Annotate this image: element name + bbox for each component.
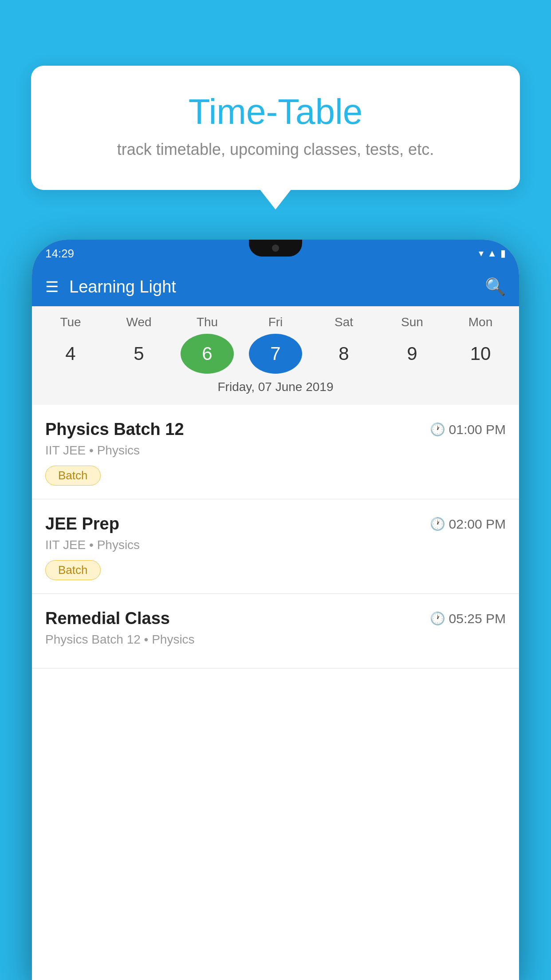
status-bar: 14:29 ▾ ▲ ▮ — [32, 240, 519, 267]
signal-icon: ▲ — [487, 248, 497, 259]
schedule-content: Physics Batch 12 🕐 01:00 PM IIT JEE • Ph… — [32, 405, 519, 980]
day-4[interactable]: 4 — [44, 334, 97, 374]
wifi-icon: ▾ — [479, 248, 484, 259]
day-8[interactable]: 8 — [317, 334, 370, 374]
schedule-item-1-header: Physics Batch 12 🕐 01:00 PM — [45, 420, 506, 439]
schedule-item-2[interactable]: JEE Prep 🕐 02:00 PM IIT JEE • Physics Ba… — [32, 499, 519, 594]
day-10[interactable]: 10 — [454, 334, 507, 374]
day-6-today[interactable]: 6 — [181, 334, 234, 374]
schedule-item-2-header: JEE Prep 🕐 02:00 PM — [45, 514, 506, 533]
hamburger-icon[interactable]: ☰ — [45, 278, 59, 296]
status-time: 14:29 — [45, 247, 74, 261]
schedule-item-1[interactable]: Physics Batch 12 🕐 01:00 PM IIT JEE • Ph… — [32, 405, 519, 499]
phone-screen: 14:29 ▾ ▲ ▮ ☰ Learning Light 🔍 Tue Wed T… — [32, 240, 519, 980]
day-9[interactable]: 9 — [386, 334, 439, 374]
clock-icon-1: 🕐 — [430, 422, 445, 437]
calendar-strip: Tue Wed Thu Fri Sat Sun Mon 4 5 6 7 8 9 … — [32, 306, 519, 405]
clock-icon-3: 🕐 — [430, 611, 445, 626]
notch — [249, 240, 302, 257]
day-header-tue: Tue — [44, 315, 97, 329]
day-7-selected[interactable]: 7 — [249, 334, 302, 374]
schedule-item-3-time: 🕐 05:25 PM — [430, 611, 506, 626]
battery-icon: ▮ — [500, 248, 506, 259]
day-header-sun: Sun — [386, 315, 439, 329]
app-title: Learning Light — [69, 277, 485, 296]
schedule-item-1-subtitle: IIT JEE • Physics — [45, 443, 506, 458]
clock-icon-2: 🕐 — [430, 517, 445, 531]
schedule-item-2-time: 🕐 02:00 PM — [430, 517, 506, 532]
batch-badge-2: Batch — [45, 560, 101, 580]
selected-date-label: Friday, 07 June 2019 — [32, 374, 519, 400]
day-header-thu: Thu — [181, 315, 234, 329]
tooltip-card: Time-Table track timetable, upcoming cla… — [31, 66, 520, 190]
status-icons: ▾ ▲ ▮ — [479, 248, 506, 259]
schedule-item-1-time: 🕐 01:00 PM — [430, 422, 506, 437]
schedule-item-3-title: Remedial Class — [45, 609, 170, 628]
schedule-item-3-header: Remedial Class 🕐 05:25 PM — [45, 609, 506, 628]
schedule-item-2-title: JEE Prep — [45, 514, 119, 533]
search-icon[interactable]: 🔍 — [485, 277, 506, 296]
app-toolbar: ☰ Learning Light 🔍 — [32, 267, 519, 306]
schedule-item-2-subtitle: IIT JEE • Physics — [45, 538, 506, 552]
phone-frame: 14:29 ▾ ▲ ▮ ☰ Learning Light 🔍 Tue Wed T… — [32, 240, 519, 980]
schedule-item-3-subtitle: Physics Batch 12 • Physics — [45, 632, 506, 647]
tooltip-title: Time-Table — [58, 92, 493, 131]
day-header-mon: Mon — [454, 315, 507, 329]
schedule-item-3[interactable]: Remedial Class 🕐 05:25 PM Physics Batch … — [32, 594, 519, 668]
batch-badge-1: Batch — [45, 466, 101, 486]
camera-dot — [272, 245, 279, 252]
tooltip-subtitle: track timetable, upcoming classes, tests… — [58, 140, 493, 159]
day-numbers: 4 5 6 7 8 9 10 — [32, 334, 519, 374]
day-headers: Tue Wed Thu Fri Sat Sun Mon — [32, 315, 519, 329]
day-5[interactable]: 5 — [112, 334, 165, 374]
day-header-wed: Wed — [112, 315, 165, 329]
day-header-fri: Fri — [249, 315, 302, 329]
day-header-sat: Sat — [317, 315, 370, 329]
schedule-item-1-title: Physics Batch 12 — [45, 420, 184, 439]
